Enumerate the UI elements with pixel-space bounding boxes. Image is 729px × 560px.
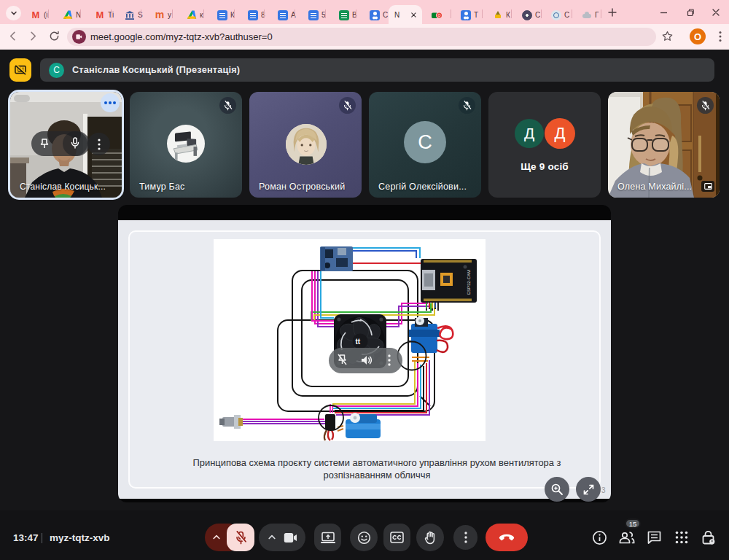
svg-text:tt: tt <box>356 338 361 346</box>
svg-text:ESP32-CAM: ESP32-CAM <box>467 270 471 295</box>
